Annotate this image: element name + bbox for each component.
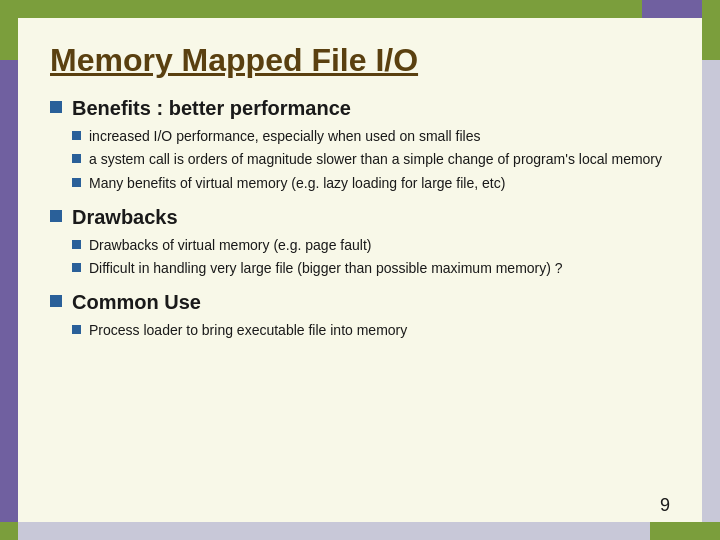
sub-bullet-icon (72, 131, 81, 140)
sub-bullet-icon (72, 154, 81, 163)
sub-bullet-icon (72, 240, 81, 249)
bullet-drawbacks (50, 210, 62, 222)
drawback-item-2: Difficult in handling very large file (b… (89, 258, 563, 278)
sub-bullet-icon (72, 325, 81, 334)
list-item: Difficult in handling very large file (b… (72, 258, 670, 278)
section-common-use-header: Common Use (50, 291, 670, 314)
green-top-bar (70, 0, 702, 18)
section-drawbacks-header: Drawbacks (50, 206, 670, 229)
common-use-item-1: Process loader to bring executable file … (89, 320, 407, 340)
bullet-benefits (50, 101, 62, 113)
list-item: Many benefits of virtual memory (e.g. la… (72, 173, 670, 193)
drawback-item-1: Drawbacks of virtual memory (e.g. page f… (89, 235, 371, 255)
accent-decoration-tr (642, 0, 702, 18)
section-benefits-header: Benefits : better performance (50, 97, 670, 120)
section-drawbacks-title: Drawbacks (72, 206, 178, 229)
section-benefits-title: Benefits : better performance (72, 97, 351, 120)
corner-decoration-tr (702, 0, 720, 60)
sub-bullet-icon (72, 178, 81, 187)
slide-title: Memory Mapped File I/O (50, 42, 670, 79)
page-number: 9 (660, 495, 670, 516)
bullet-common-use (50, 295, 62, 307)
slide-content: Memory Mapped File I/O Benefits : better… (18, 18, 702, 522)
list-item: a system call is orders of magnitude slo… (72, 149, 670, 169)
drawbacks-items: Drawbacks of virtual memory (e.g. page f… (72, 235, 670, 279)
benefit-item-3: Many benefits of virtual memory (e.g. la… (89, 173, 505, 193)
list-item: Process loader to bring executable file … (72, 320, 670, 340)
benefit-item-2: a system call is orders of magnitude slo… (89, 149, 662, 169)
list-item: Drawbacks of virtual memory (e.g. page f… (72, 235, 670, 255)
accent-decoration-left (0, 60, 18, 522)
section-common-use-title: Common Use (72, 291, 201, 314)
slide-container: Memory Mapped File I/O Benefits : better… (0, 0, 720, 540)
sub-bullet-icon (72, 263, 81, 272)
list-item: increased I/O performance, especially wh… (72, 126, 670, 146)
benefits-items: increased I/O performance, especially wh… (72, 126, 670, 193)
benefit-item-1: increased I/O performance, especially wh… (89, 126, 480, 146)
section-benefits: Benefits : better performance increased … (50, 97, 670, 196)
section-drawbacks: Drawbacks Drawbacks of virtual memory (e… (50, 206, 670, 282)
section-common-use: Common Use Process loader to bring execu… (50, 291, 670, 343)
common-use-items: Process loader to bring executable file … (72, 320, 670, 340)
corner-decoration-bl (0, 522, 18, 540)
corner-decoration-br (650, 522, 720, 540)
